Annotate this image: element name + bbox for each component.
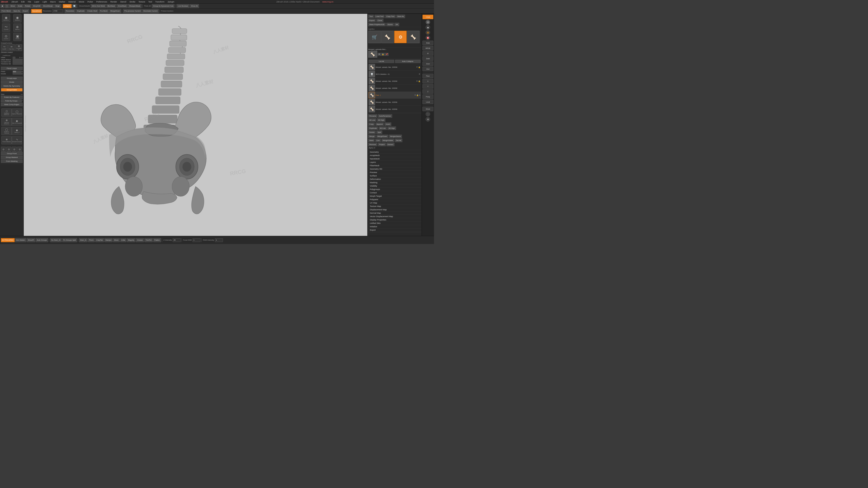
trim-in[interactable]: ⊕ TrimIn Blistker: [1, 136, 12, 144]
display-properties-menu-item[interactable]: Display Properties: [368, 218, 421, 222]
copy-tool-btn[interactable]: Load Tool: [375, 15, 385, 18]
normal-map-menu-item[interactable]: Normal Map: [368, 212, 421, 215]
delete-subtool-btn[interactable]: Delete: [368, 131, 376, 134]
eye-icon[interactable]: 👁: [378, 53, 381, 56]
morph-target-menu-item[interactable]: Morph Target: [368, 195, 421, 198]
merge-visible-btn[interactable]: MergeDown: [109, 9, 121, 13]
tool-mirrcu[interactable]: ◉ MirrorCu: [2, 14, 10, 22]
menu-file[interactable]: Edit: [21, 1, 26, 3]
mergevisible-btn[interactable]: MergeVisible: [381, 139, 394, 142]
move-morph-btn[interactable]: MoveMorph: [42, 4, 54, 8]
move-btn[interactable]: Move: [9, 4, 16, 8]
auto-collapse-btn[interactable]: Auto Collapse: [395, 60, 421, 63]
merge-subtool-btn[interactable]: Merge: [368, 135, 376, 138]
polygroups-menu-item[interactable]: Polygroups: [368, 188, 421, 191]
menu-layer[interactable]: File: [27, 1, 32, 3]
auto-renamize-btn[interactable]: AutoRenamize: [378, 114, 392, 118]
fiber-mesh-menu-item[interactable]: FiberMesh: [368, 164, 421, 167]
auto-groups-btn[interactable]: Auto Groups: [36, 238, 48, 242]
curves-sp[interactable]: 〜 CurSP: [1, 44, 8, 51]
sharpen-mask-btn[interactable]: SharpenMask: [128, 4, 141, 8]
polypaint-menu-item[interactable]: Polypaint: [368, 198, 421, 201]
far-right-icon-5[interactable]: ⬛: [426, 112, 430, 116]
mrgd-btn[interactable]: Mrgd: [54, 4, 61, 8]
subtool-item-5[interactable]: 🦴 Merged_uploads_files_305956: [368, 99, 421, 106]
far-right-icon-1[interactable]: ⚙: [426, 20, 430, 24]
far-right-btn-mrgb[interactable]: MRGB: [423, 46, 433, 51]
group-as-dynamesh-btn[interactable]: Group As Dynamesh Sub: [152, 4, 175, 8]
far-right-icon-4[interactable]: 🎯: [426, 35, 430, 40]
vector-displacement-map-menu-item[interactable]: Vector Displacement Map: [368, 215, 421, 218]
tool-masters[interactable]: ◉ Masters: [13, 14, 22, 22]
preview-menu-item[interactable]: Preview: [368, 171, 421, 174]
subtool-item-0[interactable]: 🦴 Merged_uploads_files_305956 👁 🔒: [368, 64, 421, 71]
tool-curvet[interactable]: ⊙ CurveT: [2, 33, 10, 41]
clip-can[interactable]: ⊕ ClipCan SliceCln: [1, 118, 12, 126]
menu-picker[interactable]: Movie: [78, 1, 85, 3]
resolution-input[interactable]: [53, 9, 63, 13]
merge-down-btn[interactable]: Fra Mesh: [99, 9, 109, 13]
panel-loops-btn[interactable]: Panel Loops: [1, 67, 23, 70]
save-as-tool-btn[interactable]: Copy Tool: [385, 15, 395, 18]
far-right-btn-axis-y[interactable]: Y: [423, 84, 433, 89]
brush-dam-n[interactable]: Dam_N: [79, 238, 88, 242]
merged-thumb[interactable]: 🦴: [368, 51, 377, 58]
menu-marker[interactable]: Macro: [50, 1, 57, 3]
far-right-btn-zcut[interactable]: Zcut: [423, 67, 433, 71]
brush-trimfol[interactable]: TrimFol: [145, 238, 153, 242]
far-right-icon-3[interactable]: 🔆: [426, 30, 430, 35]
brush-inflat[interactable]: Inflat: [120, 238, 126, 242]
polish-by-features-btn[interactable]: Polish By Features: [1, 96, 23, 99]
no-dam-btn[interactable]: No Dam_Sl: [50, 238, 62, 242]
mirror-btn[interactable]: 🔄: [72, 4, 76, 8]
brush-flatten[interactable]: Flatten: [153, 238, 161, 242]
far-right-btn-zadd[interactable]: Zadd: [423, 56, 433, 61]
all-low-btn[interactable]: All Low: [368, 119, 376, 122]
z-intensity-input[interactable]: [173, 238, 181, 242]
far-right-btn-local[interactable]: Local: [423, 100, 433, 104]
brush-move[interactable]: Move: [113, 238, 120, 242]
blur-mask-btn[interactable]: BlurMask: [106, 4, 116, 8]
brush-pinch[interactable]: Pinch: [88, 238, 95, 242]
polish-track[interactable]: [13, 71, 21, 72]
merge-same-btn[interactable]: MergesSame: [389, 135, 402, 138]
tool-mirrors[interactable]: ⊕ Mirrors: [13, 24, 22, 32]
subtool-item-2[interactable]: 🦴 Merged_uploads_files_305956 👁 🔒: [368, 78, 421, 85]
all-low2-btn[interactable]: All Low: [379, 127, 387, 130]
menu-zscript[interactable]: Zplugin: [167, 1, 175, 3]
rotate-btn[interactable]: Rotate: [24, 4, 32, 8]
grow-mask-btn[interactable]: GrowMask: [117, 4, 127, 8]
screw-icon-3[interactable]: ◎: [12, 147, 17, 152]
divide-btn[interactable]: Divide: [1, 80, 23, 84]
focal-shift-input[interactable]: [193, 238, 200, 242]
brush-crease[interactable]: Crease: [136, 238, 144, 242]
show-pt-btn[interactable]: ShowPt: [27, 238, 35, 242]
visibility-menu-item[interactable]: Visibility: [368, 184, 421, 188]
weld-comp-edges-btn[interactable]: Weld Comp Edges: [1, 103, 23, 106]
group-loops-btn[interactable]: GroupLoops: [1, 76, 23, 80]
del-all-btn[interactable]: Del All: [395, 139, 402, 142]
from-mesh-btn[interactable]: From Mesh: [0, 9, 12, 13]
dynamesh-btn[interactable]: DynaMesh: [31, 9, 42, 13]
tool-chisel[interactable]: ▣ Chisel: [13, 33, 22, 41]
menu-edit[interactable]: ZBrush: [11, 1, 19, 3]
thumb-2[interactable]: 🦴: [381, 31, 394, 43]
geometry-menu-item[interactable]: Geometry: [368, 151, 421, 154]
append-btn[interactable]: Append: [375, 123, 384, 126]
collapse-btn[interactable]: collapse: [63, 4, 72, 8]
far-right-btn-1[interactable]: X Edit: [423, 15, 433, 19]
extra-area-btn[interactable]: EXTRA/AREA: [1, 238, 15, 242]
from-masking-btn[interactable]: From Masking: [1, 160, 23, 163]
menu-transform[interactable]: Tool: [148, 1, 153, 3]
export-tool-btn[interactable]: Save As: [396, 15, 405, 18]
far-right-icon-6[interactable]: ⚙: [426, 117, 430, 122]
lock-icon[interactable]: 🔒: [381, 53, 385, 56]
contact-menu-item[interactable]: Contact: [368, 191, 421, 195]
thickness-track[interactable]: [13, 63, 23, 65]
thumb-1[interactable]: 🛒: [368, 31, 381, 43]
aa-btn[interactable]: Gizmo: [386, 23, 394, 26]
far-right-btn-rgb[interactable]: RGB: [423, 41, 433, 45]
create-shell-btn[interactable]: Duplicate: [76, 9, 86, 13]
menu-movie[interactable]: Material: [68, 1, 76, 3]
subtool-item-6[interactable]: 🦴 Merged_uploads_files_305956: [368, 106, 421, 113]
